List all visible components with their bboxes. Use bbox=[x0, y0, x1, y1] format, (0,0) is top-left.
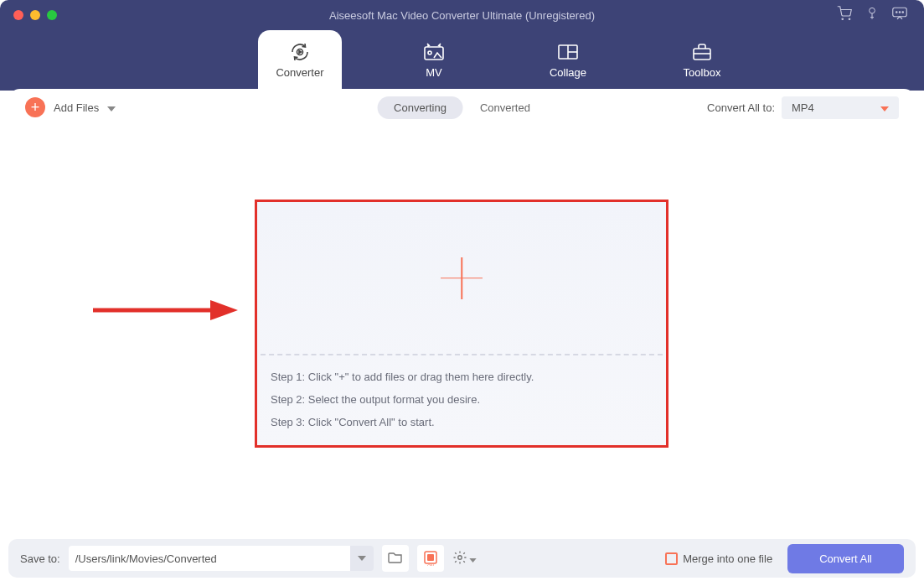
open-folder-button[interactable] bbox=[382, 545, 409, 572]
plus-icon: + bbox=[25, 97, 45, 117]
gear-icon bbox=[452, 550, 467, 568]
app-window: Aiseesoft Mac Video Converter Ultimate (… bbox=[0, 0, 924, 586]
folder-icon bbox=[388, 551, 403, 566]
svg-point-24 bbox=[457, 555, 462, 559]
svg-rect-22 bbox=[427, 554, 434, 561]
tab-label: MV bbox=[426, 66, 442, 79]
maximize-window-button[interactable] bbox=[47, 10, 57, 20]
key-icon[interactable] bbox=[865, 7, 879, 23]
svg-point-6 bbox=[902, 12, 904, 13]
svg-point-10 bbox=[428, 51, 431, 54]
tab-bar: Converter MV Collage bbox=[0, 30, 924, 91]
settings-button[interactable] bbox=[452, 550, 477, 568]
toolbar: + Add Files Converting Converted Convert… bbox=[8, 89, 916, 126]
chevron-down-icon[interactable] bbox=[107, 101, 116, 114]
save-path-dropdown[interactable] bbox=[350, 546, 374, 571]
gpu-icon: ON bbox=[422, 549, 439, 568]
svg-marker-19 bbox=[210, 300, 238, 320]
convert-all-to-label: Convert All to: bbox=[707, 101, 775, 114]
minimize-window-button[interactable] bbox=[30, 10, 40, 20]
svg-point-0 bbox=[842, 18, 844, 20]
step-3: Step 3: Click "Convert All" to start. bbox=[271, 416, 653, 428]
feedback-icon[interactable] bbox=[892, 7, 907, 23]
svg-marker-8 bbox=[299, 50, 302, 53]
svg-text:ON: ON bbox=[427, 563, 434, 566]
svg-marker-17 bbox=[880, 106, 889, 111]
save-to-label: Save to: bbox=[20, 552, 60, 565]
tab-label: Toolbox bbox=[684, 66, 721, 79]
tab-label: Converter bbox=[276, 66, 323, 79]
segment-converting[interactable]: Converting bbox=[377, 96, 463, 119]
convert-all-button[interactable]: Convert All bbox=[787, 544, 904, 573]
merge-checkbox[interactable]: Merge into one file bbox=[665, 552, 772, 565]
svg-point-1 bbox=[849, 18, 850, 20]
dropzone[interactable]: Step 1: Click "+" to add files or drag t… bbox=[255, 200, 668, 448]
status-segment: Converting Converted bbox=[377, 96, 547, 119]
mv-icon bbox=[422, 43, 446, 61]
tab-converter[interactable]: Converter bbox=[258, 30, 342, 91]
save-path-value: /Users/link/Movies/Converted bbox=[75, 552, 217, 565]
merge-label: Merge into one file bbox=[683, 552, 772, 565]
svg-point-4 bbox=[896, 12, 898, 13]
tab-mv[interactable]: MV bbox=[392, 30, 476, 91]
svg-point-5 bbox=[899, 12, 901, 13]
format-select[interactable]: MP4 bbox=[782, 96, 899, 119]
content-area: Step 1: Click "+" to add files or drag t… bbox=[8, 126, 916, 562]
checkbox-icon bbox=[665, 552, 678, 565]
step-2: Step 2: Select the output format you des… bbox=[271, 393, 653, 406]
tab-collage[interactable]: Collage bbox=[526, 30, 610, 91]
close-window-button[interactable] bbox=[13, 10, 23, 20]
svg-marker-16 bbox=[107, 106, 116, 111]
dropzone-add-area[interactable] bbox=[257, 202, 666, 354]
save-path-field[interactable]: /Users/link/Movies/Converted bbox=[69, 546, 354, 571]
step-1: Step 1: Click "+" to add files or drag t… bbox=[271, 371, 653, 383]
arrow-annotation bbox=[89, 293, 240, 330]
convert-all-to: Convert All to: MP4 bbox=[707, 96, 899, 119]
big-plus-icon bbox=[441, 257, 483, 299]
add-files-button[interactable]: + Add Files bbox=[25, 97, 116, 117]
cart-icon[interactable] bbox=[837, 6, 852, 24]
chevron-down-icon bbox=[469, 552, 477, 565]
svg-marker-20 bbox=[358, 556, 366, 561]
titlebar: Aiseesoft Mac Video Converter Ultimate (… bbox=[0, 0, 924, 30]
converter-icon bbox=[288, 43, 312, 61]
caret-down-icon bbox=[880, 101, 889, 114]
segment-converted[interactable]: Converted bbox=[463, 96, 547, 119]
tab-label: Collage bbox=[550, 66, 586, 79]
svg-marker-25 bbox=[469, 558, 476, 563]
footer: Save to: /Users/link/Movies/Converted ON bbox=[8, 539, 916, 578]
app-title: Aiseesoft Mac Video Converter Ultimate (… bbox=[329, 9, 595, 22]
dropzone-instructions: Step 1: Click "+" to add files or drag t… bbox=[257, 355, 666, 445]
collage-icon bbox=[556, 43, 580, 61]
gpu-accel-button[interactable]: ON bbox=[417, 545, 444, 572]
add-files-label: Add Files bbox=[54, 101, 99, 114]
svg-point-2 bbox=[870, 8, 875, 13]
toolbox-icon bbox=[690, 43, 714, 61]
header-actions bbox=[837, 6, 924, 24]
tab-toolbox[interactable]: Toolbox bbox=[660, 30, 744, 91]
window-controls bbox=[0, 10, 57, 20]
format-value: MP4 bbox=[792, 101, 814, 114]
